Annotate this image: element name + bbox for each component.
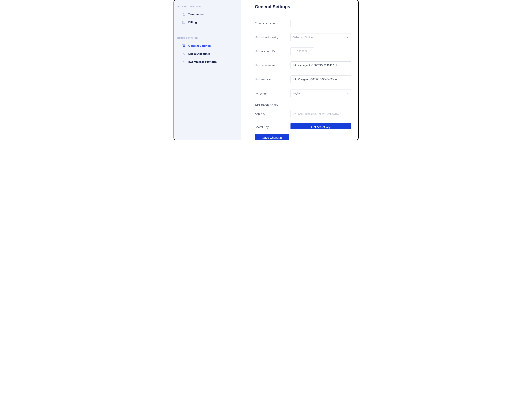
store-industry-select[interactable]: Select an Option [291,33,351,41]
company-name-input[interactable] [291,19,351,27]
svg-rect-5 [182,44,185,45]
chevron-down-icon [347,93,349,94]
sidebar: ACCOUNT SETTINGS Teammates Billing STORE… [174,0,241,140]
language-value: english [293,92,302,95]
row-company-name: Company name: [255,19,351,27]
share-icon [182,52,186,56]
label-store-name: Your store name: [255,64,291,67]
row-store-industry: Your store industry: Select an Option [255,33,351,41]
label-account-id: Your account ID: [255,50,291,53]
sidebar-item-teammates[interactable]: Teammates [174,10,241,18]
label-company-name: Company name: [255,22,291,25]
person-icon [182,12,186,16]
row-store-name: Your store name: [255,62,351,69]
app-frame: ACCOUNT SETTINGS Teammates Billing STORE… [173,0,359,140]
main-panel: General Settings Company name: Your stor… [241,0,358,140]
store-name-input[interactable] [291,62,351,69]
layers-icon [182,60,186,64]
page-title: General Settings [255,4,351,9]
row-website: Your website: [255,75,351,83]
svg-rect-7 [183,45,185,46]
sidebar-item-label: Teammates [188,13,204,16]
sidebar-item-label: General Settings [188,44,211,48]
store-icon [182,44,186,48]
website-input[interactable] [291,75,351,83]
account-id-display: 1319122 [291,48,314,55]
row-app-key: App Key: FKR5s8SKdakgVkoNZLqsG0mjUW8W7 [255,110,351,118]
invoice-icon [182,20,186,24]
footer-bar: Save Changes [255,129,358,140]
store-industry-value: Select an Option [293,36,313,39]
row-account-id: Your account ID: 1319122 [255,48,351,55]
label-language: Language: [255,92,291,95]
sidebar-item-label: Billing [188,21,197,24]
api-credentials-heading: API Credentials [255,103,351,107]
sidebar-gap [174,26,241,36]
label-store-industry: Your store industry: [255,36,291,39]
sidebar-section-account-title: ACCOUNT SETTINGS [174,4,241,10]
save-changes-button[interactable]: Save Changes [255,134,289,140]
chevron-down-icon [347,37,349,38]
language-select[interactable]: english [291,89,351,97]
sidebar-item-social-accounts[interactable]: Social Accounts [174,50,241,58]
label-secret-key: Secret Key: [255,126,291,129]
app-key-display: FKR5s8SKdakgVkoNZLqsG0mjUW8W7 [291,110,351,118]
sidebar-item-general-settings[interactable]: General Settings [174,42,241,50]
sidebar-item-label: eCommerce Platform [188,60,217,63]
sidebar-item-ecommerce-platform[interactable]: eCommerce Platform [174,58,241,66]
sidebar-section-store-title: STORE SETTINGS [174,36,241,42]
svg-point-0 [183,13,184,14]
sidebar-item-label: Social Accounts [188,52,210,56]
row-language: Language: english [255,89,351,97]
sidebar-item-billing[interactable]: Billing [174,18,241,26]
label-app-key: App Key: [255,112,291,116]
label-website: Your website: [255,78,291,81]
